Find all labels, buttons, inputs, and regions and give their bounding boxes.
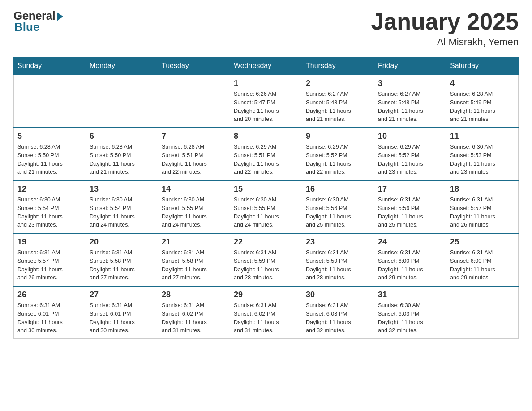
day-number: 23 [306, 237, 370, 247]
day-info: Sunrise: 6:30 AMSunset: 5:54 PMDaylight:… [90, 196, 154, 229]
calendar-cell: 4Sunrise: 6:28 AMSunset: 5:49 PMDaylight… [446, 75, 519, 128]
day-info: Sunrise: 6:28 AMSunset: 5:50 PMDaylight:… [90, 143, 154, 176]
calendar-cell [14, 75, 86, 128]
day-number: 15 [234, 184, 298, 194]
calendar-cell: 2Sunrise: 6:27 AMSunset: 5:48 PMDaylight… [302, 75, 374, 128]
day-number: 6 [90, 132, 154, 141]
calendar-cell [446, 286, 519, 339]
calendar-cell: 6Sunrise: 6:28 AMSunset: 5:50 PMDaylight… [86, 128, 158, 180]
calendar-cell: 17Sunrise: 6:31 AMSunset: 5:56 PMDayligh… [374, 180, 446, 233]
day-info: Sunrise: 6:30 AMSunset: 5:54 PMDaylight:… [17, 196, 82, 229]
calendar-cell: 11Sunrise: 6:30 AMSunset: 5:53 PMDayligh… [446, 128, 519, 180]
calendar-cell: 27Sunrise: 6:31 AMSunset: 6:01 PMDayligh… [86, 286, 158, 339]
day-info: Sunrise: 6:31 AMSunset: 5:57 PMDaylight:… [17, 248, 82, 282]
day-number: 5 [17, 132, 82, 141]
day-info: Sunrise: 6:30 AMSunset: 6:03 PMDaylight:… [378, 301, 442, 335]
calendar-cell: 26Sunrise: 6:31 AMSunset: 6:01 PMDayligh… [14, 286, 86, 339]
column-header-wednesday: Wednesday [230, 57, 302, 75]
day-info: Sunrise: 6:30 AMSunset: 5:55 PMDaylight:… [162, 196, 226, 229]
column-header-saturday: Saturday [446, 57, 519, 75]
day-info: Sunrise: 6:29 AMSunset: 5:51 PMDaylight:… [234, 143, 298, 176]
calendar-cell: 28Sunrise: 6:31 AMSunset: 6:02 PMDayligh… [158, 286, 230, 339]
calendar-cell: 12Sunrise: 6:30 AMSunset: 5:54 PMDayligh… [14, 180, 86, 233]
day-number: 9 [306, 132, 370, 141]
day-info: Sunrise: 6:28 AMSunset: 5:51 PMDaylight:… [162, 143, 226, 176]
calendar-cell: 19Sunrise: 6:31 AMSunset: 5:57 PMDayligh… [14, 233, 86, 286]
calendar-cell [158, 75, 230, 128]
day-number: 18 [450, 184, 515, 194]
calendar-cell: 3Sunrise: 6:27 AMSunset: 5:48 PMDaylight… [374, 75, 446, 128]
column-header-sunday: Sunday [14, 57, 86, 75]
day-number: 20 [90, 237, 154, 247]
day-number: 13 [90, 184, 154, 194]
day-info: Sunrise: 6:31 AMSunset: 6:01 PMDaylight:… [90, 301, 154, 335]
day-info: Sunrise: 6:29 AMSunset: 5:52 PMDaylight:… [306, 143, 370, 176]
column-header-tuesday: Tuesday [158, 57, 230, 75]
day-info: Sunrise: 6:27 AMSunset: 5:48 PMDaylight:… [306, 90, 370, 124]
day-number: 26 [17, 290, 82, 300]
day-info: Sunrise: 6:30 AMSunset: 5:56 PMDaylight:… [306, 196, 370, 229]
day-number: 3 [378, 79, 442, 88]
calendar-cell: 9Sunrise: 6:29 AMSunset: 5:52 PMDaylight… [302, 128, 374, 180]
calendar-cell: 7Sunrise: 6:28 AMSunset: 5:51 PMDaylight… [158, 128, 230, 180]
calendar-cell: 5Sunrise: 6:28 AMSunset: 5:50 PMDaylight… [14, 128, 86, 180]
day-number: 28 [162, 290, 226, 300]
day-info: Sunrise: 6:27 AMSunset: 5:48 PMDaylight:… [378, 90, 442, 124]
page-header: General Blue January 2025 Al Misrakh, Ye… [13, 9, 519, 48]
day-info: Sunrise: 6:31 AMSunset: 5:57 PMDaylight:… [450, 196, 515, 229]
day-number: 4 [450, 79, 515, 88]
day-number: 11 [450, 132, 515, 141]
calendar-cell [86, 75, 158, 128]
calendar-cell: 10Sunrise: 6:29 AMSunset: 5:52 PMDayligh… [374, 128, 446, 180]
calendar-cell: 23Sunrise: 6:31 AMSunset: 5:59 PMDayligh… [302, 233, 374, 286]
day-info: Sunrise: 6:31 AMSunset: 6:02 PMDaylight:… [234, 301, 298, 335]
day-info: Sunrise: 6:28 AMSunset: 5:49 PMDaylight:… [450, 90, 515, 124]
day-info: Sunrise: 6:26 AMSunset: 5:47 PMDaylight:… [234, 90, 298, 124]
day-number: 31 [378, 290, 442, 300]
day-number: 22 [234, 237, 298, 247]
calendar-cell: 14Sunrise: 6:30 AMSunset: 5:55 PMDayligh… [158, 180, 230, 233]
day-info: Sunrise: 6:30 AMSunset: 5:53 PMDaylight:… [450, 143, 515, 176]
day-info: Sunrise: 6:31 AMSunset: 6:02 PMDaylight:… [162, 301, 226, 335]
logo-blue-text: Blue [14, 20, 39, 34]
calendar-cell: 21Sunrise: 6:31 AMSunset: 5:58 PMDayligh… [158, 233, 230, 286]
calendar-cell: 24Sunrise: 6:31 AMSunset: 6:00 PMDayligh… [374, 233, 446, 286]
day-number: 21 [162, 237, 226, 247]
calendar-cell: 29Sunrise: 6:31 AMSunset: 6:02 PMDayligh… [230, 286, 302, 339]
calendar-table: SundayMondayTuesdayWednesdayThursdayFrid… [13, 57, 519, 339]
day-number: 30 [306, 290, 370, 300]
calendar-cell: 31Sunrise: 6:30 AMSunset: 6:03 PMDayligh… [374, 286, 446, 339]
day-number: 27 [90, 290, 154, 300]
calendar-cell: 18Sunrise: 6:31 AMSunset: 5:57 PMDayligh… [446, 180, 519, 233]
day-info: Sunrise: 6:31 AMSunset: 5:58 PMDaylight:… [90, 248, 154, 282]
calendar-cell: 8Sunrise: 6:29 AMSunset: 5:51 PMDaylight… [230, 128, 302, 180]
day-info: Sunrise: 6:31 AMSunset: 5:59 PMDaylight:… [306, 248, 370, 282]
calendar-cell: 13Sunrise: 6:30 AMSunset: 5:54 PMDayligh… [86, 180, 158, 233]
day-number: 10 [378, 132, 442, 141]
month-title: January 2025 [371, 9, 519, 34]
calendar-header-row: SundayMondayTuesdayWednesdayThursdayFrid… [14, 57, 519, 75]
calendar-cell: 30Sunrise: 6:31 AMSunset: 6:03 PMDayligh… [302, 286, 374, 339]
day-info: Sunrise: 6:28 AMSunset: 5:50 PMDaylight:… [17, 143, 82, 176]
day-number: 2 [306, 79, 370, 88]
calendar-cell: 25Sunrise: 6:31 AMSunset: 6:00 PMDayligh… [446, 233, 519, 286]
day-number: 29 [234, 290, 298, 300]
day-info: Sunrise: 6:30 AMSunset: 5:55 PMDaylight:… [234, 196, 298, 229]
calendar-cell: 15Sunrise: 6:30 AMSunset: 5:55 PMDayligh… [230, 180, 302, 233]
day-number: 24 [378, 237, 442, 247]
column-header-thursday: Thursday [302, 57, 374, 75]
day-info: Sunrise: 6:31 AMSunset: 5:59 PMDaylight:… [234, 248, 298, 282]
column-header-monday: Monday [86, 57, 158, 75]
day-number: 16 [306, 184, 370, 194]
calendar-cell: 16Sunrise: 6:30 AMSunset: 5:56 PMDayligh… [302, 180, 374, 233]
calendar-week-row: 12Sunrise: 6:30 AMSunset: 5:54 PMDayligh… [14, 180, 519, 233]
calendar-week-row: 26Sunrise: 6:31 AMSunset: 6:01 PMDayligh… [14, 286, 519, 339]
logo-arrow-icon [57, 12, 63, 21]
day-number: 8 [234, 132, 298, 141]
logo: General Blue [13, 9, 63, 34]
day-number: 14 [162, 184, 226, 194]
column-header-friday: Friday [374, 57, 446, 75]
day-number: 1 [234, 79, 298, 88]
day-number: 25 [450, 237, 515, 247]
day-number: 17 [378, 184, 442, 194]
